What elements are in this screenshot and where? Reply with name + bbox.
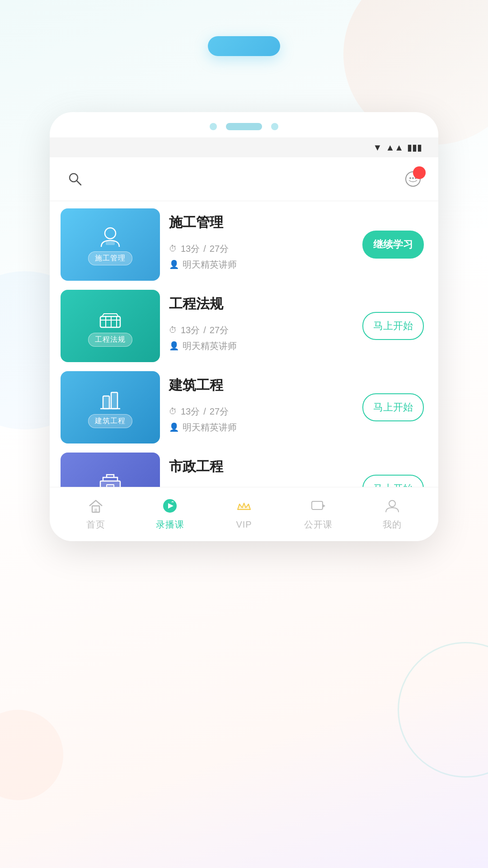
course-thumb-2: 工程法规 [61, 290, 160, 362]
nav-label-vip: VIP [236, 519, 252, 530]
svg-rect-14 [111, 392, 117, 409]
search-button[interactable] [64, 168, 86, 190]
nav-icon-vip [236, 499, 252, 517]
course-item-2[interactable]: 工程法规 工程法规 ⏱ 13分 / 27分 👤 明天精英讲师 马上开始 [61, 290, 427, 362]
svg-rect-24 [312, 501, 323, 509]
notification-button[interactable] [402, 168, 424, 190]
nav-label-home: 首页 [86, 519, 105, 531]
course-thumb-3: 建筑工程 [61, 371, 160, 443]
nav-label-live: 公开课 [304, 519, 333, 531]
nav-icon-profile [384, 498, 400, 516]
course-name-4: 市政工程 [169, 458, 353, 476]
teacher-icon-3: 👤 [169, 422, 179, 432]
wifi-icon: ▼ [373, 142, 382, 153]
dot-left [210, 123, 217, 130]
time-row-2: ⏱ 13分 / 27分 [169, 324, 353, 336]
svg-rect-7 [106, 241, 115, 245]
course-action-2[interactable]: 马上开始 [362, 312, 427, 340]
time-progress-1: 13分 [181, 243, 200, 255]
course-thumb-1: 施工管理 [61, 208, 160, 281]
phone-mockup: ▼ ▲▲ ▮▮▮ [50, 112, 438, 541]
clock-icon-1: ⏱ [169, 244, 177, 254]
nav-icon-recordings [162, 498, 178, 516]
thumb-label-3: 建筑工程 [88, 414, 132, 428]
course-meta-1: ⏱ 13分 / 27分 👤 明天精英讲师 [169, 243, 353, 271]
svg-rect-8 [100, 316, 120, 327]
course-info-2: 工程法规 ⏱ 13分 / 27分 👤 明天精英讲师 [160, 295, 362, 358]
course-meta-2: ⏱ 13分 / 27分 👤 明天精英讲师 [169, 324, 353, 352]
course-info-3: 建筑工程 ⏱ 13分 / 27分 👤 明天精英讲师 [160, 376, 362, 439]
start-button-2[interactable]: 马上开始 [362, 312, 424, 340]
course-item-3[interactable]: 建筑工程 建筑工程 ⏱ 13分 / 27分 👤 明天精英讲师 马上开始 [61, 371, 427, 443]
teacher-row-2: 👤 明天精英讲师 [169, 340, 353, 352]
svg-point-6 [105, 228, 116, 239]
course-action-3[interactable]: 马上开始 [362, 393, 427, 421]
time-total-1: 27分 [210, 243, 229, 255]
svg-point-26 [389, 500, 395, 507]
status-icons: ▼ ▲▲ ▮▮▮ [373, 142, 422, 153]
nav-icon-home [88, 498, 104, 516]
badge [208, 36, 280, 56]
time-row-1: ⏱ 13分 / 27分 [169, 243, 353, 255]
time-total-2: 27分 [210, 324, 229, 336]
svg-rect-20 [94, 509, 97, 512]
app-header [50, 157, 438, 201]
nav-item-vip[interactable]: VIP [207, 499, 281, 530]
header-section [0, 0, 488, 85]
notification-badge [413, 166, 426, 179]
phone-dots [50, 112, 438, 137]
bg-decoration-bottom-left [0, 710, 63, 800]
svg-line-1 [77, 181, 81, 185]
time-row-3: ⏱ 13分 / 27分 [169, 406, 353, 418]
status-bar: ▼ ▲▲ ▮▮▮ [50, 137, 438, 157]
nav-item-home[interactable]: 首页 [59, 498, 133, 531]
svg-point-23 [171, 500, 174, 504]
time-total-3: 27分 [210, 406, 229, 418]
continue-button-1[interactable]: 继续学习 [362, 231, 424, 259]
teacher-name-1: 明天精英讲师 [183, 259, 237, 271]
dot-right [271, 123, 278, 130]
nav-label-recordings: 录播课 [156, 519, 184, 531]
svg-rect-13 [103, 396, 109, 409]
bottom-nav: 首页 录播课 VIP 公开课 我的 [50, 487, 438, 541]
dot-center [226, 123, 262, 130]
teacher-row-3: 👤 明天精英讲师 [169, 421, 353, 434]
signal-icon: ▲▲ [385, 142, 404, 153]
course-name-1: 施工管理 [169, 213, 353, 232]
teacher-name-2: 明天精英讲师 [183, 340, 237, 352]
teacher-row-1: 👤 明天精英讲师 [169, 259, 353, 271]
nav-icon-live [310, 498, 326, 516]
svg-point-4 [412, 177, 414, 179]
course-action-1[interactable]: 继续学习 [362, 231, 427, 259]
nav-item-live[interactable]: 公开课 [281, 498, 355, 531]
teacher-name-3: 明天精英讲师 [183, 421, 237, 434]
course-meta-3: ⏱ 13分 / 27分 👤 明天精英讲师 [169, 406, 353, 434]
time-progress-2: 13分 [181, 324, 200, 336]
thumb-label-1: 施工管理 [88, 251, 132, 265]
nav-item-profile[interactable]: 我的 [355, 498, 429, 531]
bg-decoration-bottom-right [398, 642, 488, 778]
start-button-3[interactable]: 马上开始 [362, 393, 424, 421]
clock-icon-2: ⏱ [169, 326, 177, 335]
nav-label-profile: 我的 [383, 519, 402, 531]
nav-item-recordings[interactable]: 录播课 [133, 498, 207, 531]
battery-icon: ▮▮▮ [407, 142, 422, 153]
thumb-label-2: 工程法规 [88, 333, 132, 347]
course-item-1[interactable]: 施工管理 施工管理 ⏱ 13分 / 27分 👤 明天精英讲师 继续学习 [61, 208, 427, 281]
course-name-3: 建筑工程 [169, 376, 353, 395]
svg-point-3 [409, 177, 411, 179]
clock-icon-3: ⏱ [169, 407, 177, 416]
teacher-icon-1: 👤 [169, 259, 179, 269]
course-info-1: 施工管理 ⏱ 13分 / 27分 👤 明天精英讲师 [160, 213, 362, 276]
svg-marker-25 [323, 504, 325, 508]
time-progress-3: 13分 [181, 406, 200, 418]
teacher-icon-2: 👤 [169, 341, 179, 351]
course-name-2: 工程法规 [169, 295, 353, 313]
